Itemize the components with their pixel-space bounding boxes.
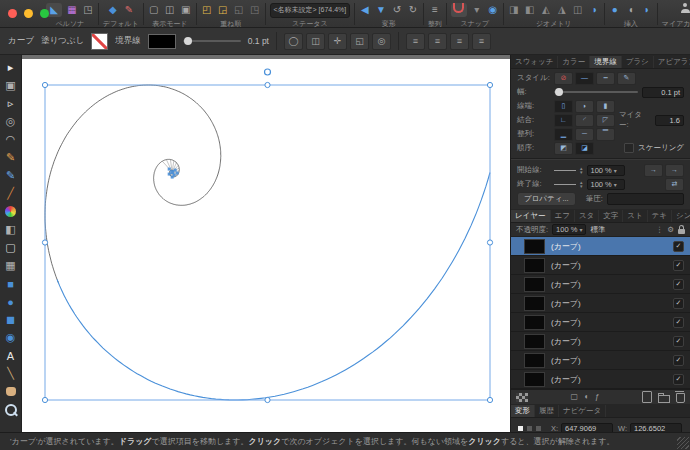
start-stepper[interactable]: ▴▾ [580, 166, 583, 174]
layer-row[interactable]: (カーブ)✓ [511, 275, 690, 294]
document-title[interactable]: <名称未設定> [674.4%] [270, 3, 350, 18]
layers-panel-tab[interactable]: スタ [575, 210, 599, 222]
brush-stroke-icon[interactable]: ✎ [617, 72, 636, 85]
w-input[interactable]: 126.6502 [630, 423, 682, 432]
stroke-panel-tab[interactable]: ブラシ [622, 56, 654, 68]
layer-thumbnail[interactable] [524, 239, 545, 254]
start-arrow-preview[interactable] [554, 170, 576, 171]
layer-thumbnail[interactable] [524, 296, 545, 311]
forward-icon[interactable]: ◱ [233, 3, 245, 17]
rounded-rectangle-tool[interactable]: ◼ [1, 311, 21, 328]
transparency-tool[interactable]: ◧ [1, 221, 21, 238]
stroke-panel-tab[interactable]: 境界線 [590, 56, 622, 68]
layers-panel-tab[interactable]: 文字 [599, 210, 623, 222]
bevel-join-icon[interactable]: ◸ [596, 114, 615, 127]
layer-effects-icon[interactable]: ƒ [595, 391, 599, 403]
adjustment-layer-icon[interactable]: ◐ [584, 391, 589, 403]
layer-row[interactable]: (カーブ)✓ [511, 370, 690, 389]
end-arrow-preview[interactable] [554, 184, 576, 185]
layer-row[interactable]: (カーブ)✓ [511, 313, 690, 332]
stroke-front-icon[interactable]: ◪ [575, 142, 594, 155]
snapping-magnet-icon[interactable] [451, 3, 467, 17]
layer-thumbnail[interactable] [524, 258, 545, 273]
round-join-icon[interactable]: ◜ [575, 114, 594, 127]
colour-wheel-tool[interactable] [1, 203, 21, 220]
square-cap-icon[interactable]: ▮ [596, 100, 615, 113]
add-layer-icon[interactable] [642, 391, 652, 403]
to-front-icon[interactable]: ◰ [201, 3, 213, 17]
opacity-dropdown[interactable]: 100 %▾ [552, 224, 586, 235]
butt-cap-icon[interactable]: ▯ [554, 100, 573, 113]
view-vector-icon[interactable]: ▢ [148, 3, 160, 17]
layer-row[interactable]: (カーブ)✓ [511, 351, 690, 370]
transform-panel-tab[interactable]: 履歴 [535, 405, 559, 417]
revert-defaults-icon[interactable]: ✎ [123, 3, 135, 17]
layer-thumbnail[interactable] [524, 315, 545, 330]
end-arrow-place-icon[interactable]: → [665, 164, 684, 177]
spiral-drawing[interactable] [22, 55, 510, 432]
insert-inside-icon[interactable]: ● [609, 3, 621, 17]
pixel-persona-icon[interactable]: ▦ [66, 3, 78, 17]
layer-visibility-checkbox[interactable]: ✓ [673, 279, 684, 290]
contour-tool[interactable]: ◎ [1, 113, 21, 130]
stroke-behind-icon[interactable]: ◩ [554, 142, 573, 155]
stroke-panel-tab[interactable]: カラー [558, 56, 590, 68]
layer-thumbnail[interactable] [524, 353, 545, 368]
backward-icon[interactable]: ◳ [249, 3, 261, 17]
vector-crop-tool[interactable]: ▦ [1, 257, 21, 274]
snap-caret-icon[interactable]: ▾ [471, 3, 483, 17]
layer-name[interactable]: (カーブ) [551, 279, 673, 290]
transform-panel-tab[interactable]: ナビゲータ [559, 405, 606, 417]
width-input[interactable]: 0.1 pt [642, 87, 684, 98]
layers-panel-tab[interactable]: テキ [648, 210, 672, 222]
slider-knob[interactable] [184, 37, 192, 45]
stroke-width-value[interactable]: 0.1 pt [248, 36, 269, 46]
miter-input[interactable]: 1.6 [655, 115, 684, 126]
view-split-icon[interactable]: ◫ [164, 3, 176, 17]
layer-row[interactable]: (カーブ)✓ [511, 256, 690, 275]
stroke-panel-tab[interactable]: スウォッチ [511, 56, 558, 68]
style-picker-tool[interactable]: ╲ [1, 365, 21, 382]
boolean-add-icon[interactable]: ◨ [508, 3, 520, 17]
layer-name[interactable]: (カーブ) [551, 298, 673, 309]
rectangle-tool[interactable]: ■ [1, 275, 21, 292]
transform-objects-icon[interactable]: ◫ [306, 33, 325, 50]
artboard-tool[interactable]: ▣ [1, 77, 21, 94]
layer-visibility-checkbox[interactable]: ✓ [673, 241, 684, 252]
boolean-xor-icon[interactable]: ◮ [556, 3, 568, 17]
layer-row[interactable]: (カーブ)✓ [511, 332, 690, 351]
properties-button[interactable]: プロパティ... [517, 192, 576, 206]
blend-mode-dropdown[interactable]: 標準 [590, 225, 605, 235]
layers-panel-tab[interactable]: シン [672, 210, 690, 222]
flip-vertical-icon[interactable]: ▼ [375, 3, 387, 17]
node-tool[interactable]: ▹ [1, 95, 21, 112]
layer-name[interactable]: (カーブ) [551, 260, 673, 271]
lock-icon[interactable] [678, 229, 685, 234]
box-from-stroke-icon[interactable]: ◱ [350, 33, 369, 50]
layer-visibility-checkbox[interactable]: ✓ [673, 260, 684, 271]
layers-panel-tab[interactable]: スト [623, 210, 647, 222]
rotate-cw-icon[interactable]: ↻ [407, 3, 419, 17]
fill-swatch[interactable] [91, 33, 108, 50]
show-alignment-handles-icon[interactable]: ◎ [372, 33, 391, 50]
snap-candidates-icon[interactable]: ◉ [487, 3, 499, 17]
layer-name[interactable]: (カーブ) [551, 336, 673, 347]
account-icon[interactable] [681, 3, 690, 17]
layer-name[interactable]: (カーブ) [551, 317, 673, 328]
transform-panel-tab[interactable]: 変形 [511, 405, 535, 417]
maximize-window-icon[interactable] [40, 9, 49, 18]
ellipse-tool[interactable]: ● [1, 293, 21, 310]
align-top-icon[interactable]: ≡ [472, 33, 491, 50]
canvas[interactable] [22, 55, 510, 432]
layer-row[interactable]: (カーブ)✓ [511, 294, 690, 313]
layer-visibility-checkbox[interactable]: ✓ [673, 317, 684, 328]
layer-visibility-checkbox[interactable]: ✓ [673, 298, 684, 309]
mask-layer-icon[interactable]: ▢ [571, 391, 579, 403]
close-window-icon[interactable] [8, 9, 17, 18]
layer-thumbnail[interactable] [524, 372, 545, 387]
layer-name[interactable]: (カーブ) [551, 355, 673, 366]
layer-settings-gear-icon[interactable]: ⚙ [667, 225, 674, 234]
boolean-divide-icon[interactable]: ◫ [572, 3, 584, 17]
add-group-icon[interactable] [658, 395, 670, 403]
align-left-icon[interactable]: ≡ [406, 33, 425, 50]
